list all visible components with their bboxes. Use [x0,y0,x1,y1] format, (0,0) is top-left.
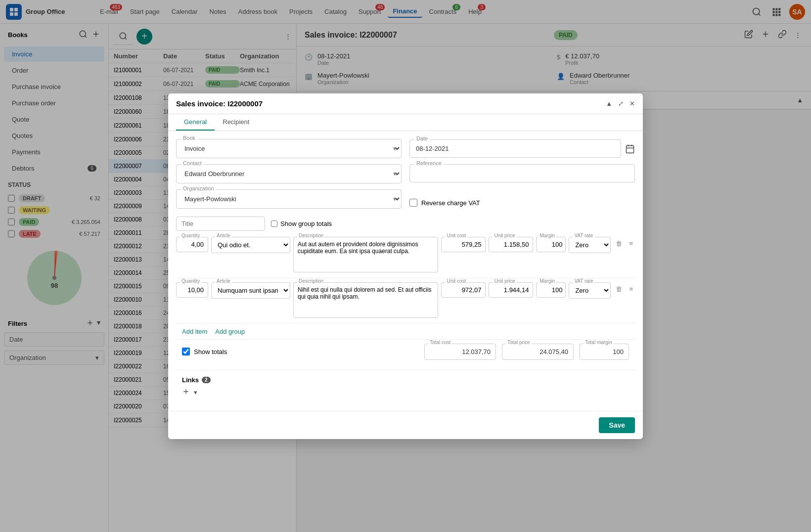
tab-general[interactable]: General [176,114,215,131]
margin2-label: Margin [538,278,556,284]
org-label: Organization [181,185,216,191]
total-margin-field: Total margin [580,344,629,360]
vat1-label: VAT rate [573,233,594,238]
total-price-input[interactable] [502,344,574,360]
links-add-row: ▾ [182,388,629,397]
item1-title-input[interactable] [176,217,265,231]
item2-margin[interactable] [536,282,566,298]
total-margin-label: Total margin [584,340,613,345]
item1-uprice-wrap: Unit price [489,237,533,252]
item2-description[interactable] [293,282,438,318]
item2-drag-icon[interactable]: ≡ [627,283,635,295]
qty1-label: Quantity [180,233,201,238]
tab-recipient[interactable]: Recipient [215,114,257,131]
item1-title-row: Show group totals [176,215,635,233]
reference-field: Reference [409,164,635,183]
calendar-icon[interactable] [625,144,635,155]
modal-items: Show group totals Quantity Article Qui o… [176,215,635,364]
links-title: Links [182,376,199,384]
uprice2-label: Unit price [493,278,516,284]
modal-collapse-icon[interactable]: ▲ [606,100,612,107]
item2-unit-cost[interactable] [441,282,486,298]
item-row-2: Quantity Article Numquam sunt ipsam. Des… [176,278,635,324]
item2-vat-wrap: VAT rate Zero [569,282,611,299]
show-totals-row: Show totals [182,348,227,355]
modal-header: Sales invoice: I22000007 ▲ ⤢ ✕ [168,93,643,114]
item2-qty-wrap: Quantity [176,282,208,298]
item1-unit-cost[interactable] [441,237,486,252]
desc1-label: Description [297,233,325,238]
modal-overlay: Sales invoice: I22000007 ▲ ⤢ ✕ General R… [0,0,811,532]
modal-tabs: General Recipient [168,114,643,131]
totals-section: Show totals Total cost Total price Total [176,339,635,364]
org-select[interactable]: Mayert-Powlowski [176,189,402,209]
item1-vat-rate[interactable]: Zero [569,237,611,253]
item1-delete-icon[interactable]: 🗑 [614,238,624,249]
item2-article[interactable]: Numquam sunt ipsam. [211,282,290,299]
item2-ucost-wrap: Unit cost [441,282,486,298]
svg-rect-29 [627,145,634,153]
desc2-label: Description [297,278,325,284]
reference-label: Reference [414,160,444,166]
reverse-vat-label: Reverse charge VAT [421,199,480,207]
add-item-btn[interactable]: Add item [182,328,207,335]
uprice1-label: Unit price [493,233,516,238]
total-cost-label: Total cost [428,340,452,345]
invoice-modal: Sales invoice: I22000007 ▲ ⤢ ✕ General R… [168,93,643,439]
modal-expand-icon[interactable]: ⤢ [618,100,624,107]
date-input[interactable] [409,139,621,158]
item2-vat-rate[interactable]: Zero [569,282,611,299]
total-cost-field: Total cost [424,344,496,360]
reverse-vat-checkbox[interactable] [409,199,417,207]
links-add-btn[interactable] [182,388,190,397]
item1-ucost-wrap: Unit cost [441,237,486,252]
contact-select[interactable]: Edward Oberbrunner [176,164,402,183]
total-cost-input[interactable] [424,344,496,360]
reference-input[interactable] [409,164,635,182]
form-row-org-vat: Organization Mayert-Powlowski ▾ Reverse … [176,189,635,209]
form-row-book-date: Book Invoice ▾ Date [176,139,635,158]
item2-margin-wrap: Margin [536,282,566,298]
modal-body: Book Invoice ▾ Date [168,131,643,411]
save-button[interactable]: Save [599,417,635,433]
date-label: Date [414,135,430,141]
date-field: Date [409,139,635,158]
art2-label: Article [215,278,232,284]
modal-close-icon[interactable]: ✕ [630,100,635,107]
show-totals-checkbox[interactable] [182,348,190,355]
item2-quantity[interactable] [176,282,208,298]
add-group-btn[interactable]: Add group [215,328,245,335]
item1-unit-price[interactable] [489,237,533,252]
form-row-contact-ref: Contact Edward Oberbrunner ▾ Reference [176,164,635,183]
item1-desc-wrap: Description [293,237,438,274]
item1-qty-wrap: Quantity [176,237,208,252]
item1-margin[interactable] [536,237,566,252]
modal-header-icons: ▲ ⤢ ✕ [606,100,635,107]
item2-uprice-wrap: Unit price [489,282,533,298]
vat2-label: VAT rate [573,278,594,284]
ucost1-label: Unit cost [445,233,467,238]
qty2-label: Quantity [180,278,201,284]
item2-unit-price[interactable] [489,282,533,298]
item1-quantity[interactable] [176,237,208,252]
item1-article[interactable]: Qui odio et. [211,237,290,253]
show-totals-label: Show totals [194,348,227,355]
total-price-label: Total price [506,340,532,345]
item1-drag-icon[interactable]: ≡ [627,238,635,249]
show-group-totals-label: Show group totals [280,220,332,227]
item1-article-wrap: Article Qui odio et. [211,237,290,253]
show-group-totals-row: Show group totals [271,220,332,227]
item1-vat-wrap: VAT rate Zero [569,237,611,253]
links-arrow-btn[interactable]: ▾ [194,389,197,396]
item2-delete-icon[interactable]: 🗑 [614,283,624,295]
show-group-totals-checkbox[interactable] [271,221,277,227]
margin1-label: Margin [538,233,556,238]
contact-field: Contact Edward Oberbrunner ▾ [176,164,402,183]
reverse-vat-row: Reverse charge VAT [409,189,635,209]
add-links: Add item Add group [176,324,635,339]
book-select[interactable]: Invoice [176,139,402,158]
total-margin-input[interactable] [580,344,629,360]
item1-description[interactable] [293,237,438,272]
book-label: Book [181,135,197,141]
item1-margin-wrap: Margin [536,237,566,252]
